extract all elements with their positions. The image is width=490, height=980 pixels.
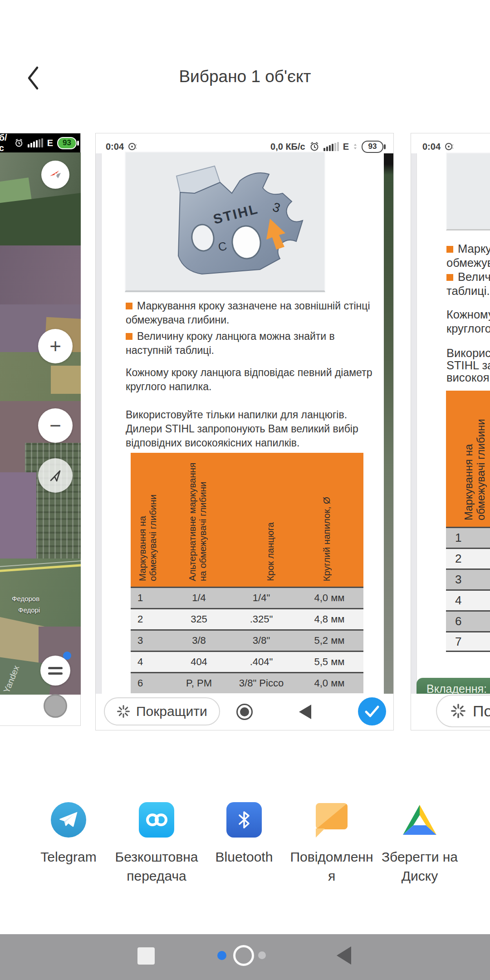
share-app-label: Bluetooth xyxy=(200,848,288,867)
doc-paragraph: Використовуйте тільки напилки для ланцюг… xyxy=(126,408,381,450)
network-type: E xyxy=(47,138,53,148)
enhance-button[interactable]: Покращити xyxy=(436,695,490,727)
gallery-item-document-zoomed[interactable]: 0:04 Маркування кроку зазначене на зовні… xyxy=(411,133,490,730)
google-drive-icon xyxy=(402,802,437,838)
share-app-label: Повідомлення xyxy=(288,848,376,886)
table-row: 4 xyxy=(446,589,490,610)
enhance-button[interactable]: Покращити xyxy=(104,697,220,725)
back-nav-button[interactable] xyxy=(337,946,351,965)
share-app-drive[interactable]: Зберегти наДиску xyxy=(376,802,464,886)
check-icon xyxy=(364,705,380,718)
chain-pitch-table: Маркування на обмежувачі глибини 1 2 3 4… xyxy=(446,391,490,652)
paper-plane-icon xyxy=(59,811,78,829)
doc-line: високоякісних напилків. xyxy=(446,371,490,384)
doc-line: Кожному кроку ланцюга відповідає певний … xyxy=(446,308,490,321)
signal-bars-icon xyxy=(323,142,339,151)
orange-bullet-icon xyxy=(126,303,132,309)
map-menu-button xyxy=(40,656,70,686)
gallery-item-document[interactable]: 0:04 0,0 КБ/с E 93 xyxy=(95,133,394,730)
column-header: Маркування на обмежувачі глибини xyxy=(137,468,158,581)
table-row: 1 xyxy=(446,527,490,548)
orange-bullet-icon xyxy=(446,274,453,281)
share-app-shareme[interactable]: Безкоштовнапередача xyxy=(113,802,201,886)
table-row: 6 xyxy=(446,610,490,631)
table-row: 3 xyxy=(446,568,490,589)
share-app-messages[interactable]: Повідомлення xyxy=(288,802,376,886)
menu-icon xyxy=(48,667,63,675)
map-terrain xyxy=(51,366,81,394)
table-row: 4404.404"5,5 мм xyxy=(131,651,363,672)
doc-bullet-paragraph: Величину кроку ланцюга можна знайти в на… xyxy=(126,329,381,358)
shareme-icon xyxy=(139,802,174,838)
next-image-peek xyxy=(384,153,393,694)
orange-bullet-icon xyxy=(126,333,132,340)
page-dot-inactive xyxy=(258,951,266,959)
status-net-speed: 0,0 КБ/с xyxy=(270,142,305,152)
doc-paragraph: Кожному кроку ланцюга відповідає певний … xyxy=(126,366,381,394)
share-app-label: Зберегти наДиску xyxy=(376,848,464,886)
doc-line: STIHL запропонують Вам великий вибір від… xyxy=(446,359,490,372)
column-header: Альтернативне маркування на обмежувачі г… xyxy=(187,460,208,581)
chat-bubble-icon xyxy=(445,142,454,151)
screenshot-status-bar: б/с E 93 xyxy=(0,133,80,152)
compass-icon xyxy=(47,167,64,183)
previous-image-peek xyxy=(411,153,417,694)
image-placeholder xyxy=(446,152,490,230)
share-app-label: Telegram xyxy=(24,848,113,867)
column-header: Маркування на обмежувачі глибини xyxy=(462,414,487,520)
table-header-row: Маркування на обмежувачі глибини xyxy=(446,391,490,527)
stihl-chain-image: STIHL C 3 xyxy=(126,152,323,289)
card-bottom-bar: Покращити xyxy=(96,694,393,730)
table-row: 11/41/4"4,0 мм xyxy=(131,587,363,608)
status-time: 0:04 xyxy=(422,142,441,152)
table-row: 6P, PM3/8" Picco4,0 мм xyxy=(131,672,363,693)
enhance-label: Покращити xyxy=(136,704,207,719)
sparkle-icon xyxy=(117,705,130,718)
data-arrows-icon xyxy=(353,143,358,150)
page-title: Вибрано 1 об'єкт xyxy=(0,67,490,86)
chain-pitch-table: Маркування на обмежувачі глибини Альтерн… xyxy=(131,453,363,693)
page-dot-active xyxy=(217,951,226,960)
enhance-label: Покращити xyxy=(473,702,490,720)
alarm-clock-icon xyxy=(15,138,23,148)
screenshot-back-button-icon xyxy=(299,705,311,719)
messages-icon xyxy=(314,802,349,838)
home-button[interactable] xyxy=(233,945,254,966)
alarm-clock-icon xyxy=(309,142,319,152)
doc-line: Величину кроку ланцюга можна знайти в на… xyxy=(446,270,490,284)
table-row: 7 xyxy=(446,631,490,652)
doc-line: круглого напилка. xyxy=(446,322,490,335)
screenshot-home-button-icon xyxy=(236,704,253,720)
map-place-label: Федорі xyxy=(18,606,40,614)
sparkle-icon xyxy=(451,703,466,719)
orange-bullet-icon xyxy=(446,246,453,253)
column-header: Круглий напилок, Ø xyxy=(321,497,332,581)
column-header: Крок ланцюга xyxy=(265,522,275,581)
previous-image-peek xyxy=(96,153,102,694)
status-time: 0:04 xyxy=(106,142,124,152)
zoom-in-button: + xyxy=(38,329,73,363)
recents-button[interactable] xyxy=(137,947,155,965)
doc-line: Використовуйте тільки напилки для ланцюг… xyxy=(446,347,490,360)
notification-dot xyxy=(63,652,71,660)
table-header-row: Маркування на обмежувачі глибини Альтерн… xyxy=(131,453,363,587)
map-terrain xyxy=(0,245,81,311)
select-circle-checked[interactable] xyxy=(358,697,386,725)
share-app-bluetooth[interactable]: Bluetooth xyxy=(200,802,288,867)
share-app-telegram[interactable]: Telegram xyxy=(24,802,113,867)
chain-link-illustration: STIHL C 3 xyxy=(125,152,325,292)
my-location-button xyxy=(38,458,73,493)
bluetooth-icon xyxy=(226,802,262,838)
table-row: 33/83/8"5,2 мм xyxy=(131,629,363,651)
zoom-out-button: − xyxy=(38,408,73,443)
satellite-map-image: Федоров Федорі Yandex + − xyxy=(0,152,81,695)
telegram-icon xyxy=(51,802,86,838)
table-row: 2 xyxy=(446,548,490,568)
card-bottom-bar: Покращити xyxy=(411,694,490,730)
gallery-item-map[interactable]: б/с E 93 Федоров Федорі Yandex xyxy=(0,133,81,726)
select-circle-unchecked[interactable] xyxy=(44,694,67,718)
table-row: 2325.325"4,8 мм xyxy=(131,608,363,629)
doc-line: таблиці. xyxy=(446,284,490,298)
status-speed: б/с xyxy=(0,132,10,153)
network-type: E xyxy=(343,142,349,152)
